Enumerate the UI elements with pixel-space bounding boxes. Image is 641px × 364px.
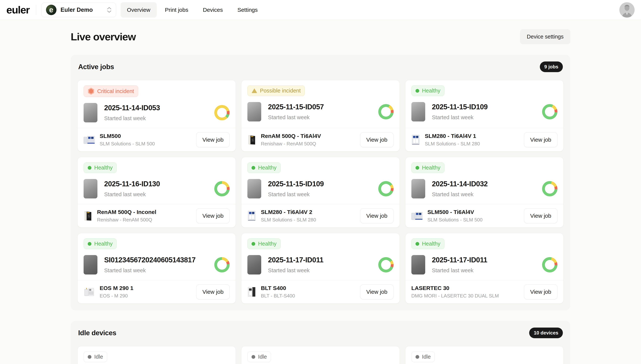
machine-icon [247,210,256,221]
machine-icon [84,136,95,144]
healthy-dot-icon [88,242,92,246]
status-label: Critical incident [97,88,134,94]
active-jobs-grid: Critical incident 2025-11-14-ID053 Start… [78,80,563,304]
build-plate-thumbnail [247,179,261,198]
idle-status-badge: Idle [84,352,107,362]
warning-triangle-icon [252,88,257,93]
device-info: SLM Solutions - SLM 280 [425,141,480,147]
donut-hole [217,108,227,118]
job-started-text: Started last week [268,268,371,274]
status-badge: Healthy [247,238,280,249]
donut-hole [217,260,227,270]
build-plate-thumbnail [84,179,98,198]
view-job-button[interactable]: View job [360,208,394,223]
workspace-selector[interactable]: e Euler Demo [41,2,116,17]
job-health-donut-chart [378,257,394,272]
job-started-text: Started last week [268,191,371,198]
build-plate-thumbnail [247,102,261,122]
view-job-button[interactable]: View job [524,208,557,223]
view-job-button[interactable]: View job [196,208,230,223]
view-job-button[interactable]: View job [524,284,557,299]
device-name: RenAM 500Q - Ti6Al4V [261,133,321,139]
view-job-button[interactable]: View job [360,284,394,299]
status-label: Healthy [94,241,113,247]
device-name: SLM280 - Ti6Al4V 2 [261,209,316,215]
status-badge: Healthy [84,238,117,249]
build-plate-thumbnail [84,103,98,122]
status-badge: Healthy [247,162,280,173]
workspace-logo-icon: e [46,5,57,15]
idle-device-card[interactable]: Idle RenAM 500Q - Ultra 1 Renishaw - Ren… [405,346,563,364]
job-started-text: Started last week [268,114,371,120]
job-id: 2025-11-16-ID130 [104,180,208,188]
user-avatar[interactable] [619,2,635,18]
page-title: Live overview [71,31,136,43]
job-card: Critical incident 2025-11-14-ID053 Start… [78,80,236,152]
nav-item-settings[interactable]: Settings [231,2,264,18]
machine-icon [247,134,256,145]
healthy-dot-icon [252,166,255,170]
top-bar: euler e Euler Demo OverviewPrint jobsDev… [0,0,641,20]
healthy-dot-icon [415,89,419,93]
view-job-button[interactable]: View job [196,284,230,299]
job-id: 2025-11-17-ID011 [268,256,371,264]
donut-hole [381,107,391,116]
device-name: LASERTEC 30 [411,285,499,291]
donut-hole [381,260,391,270]
status-badge: Critical incident [84,86,138,97]
donut-hole [217,184,227,194]
device-settings-button[interactable]: Device settings [520,29,570,44]
nav-item-print-jobs[interactable]: Print jobs [159,2,195,18]
device-info: SLM Solutions - SLM 500 [427,217,483,223]
machine-icon [84,210,92,221]
critical-hexagon-icon [88,88,95,95]
healthy-dot-icon [252,242,255,246]
nav-item-devices[interactable]: Devices [197,2,229,18]
healthy-dot-icon [88,166,92,170]
status-badge: Healthy [411,238,444,249]
idle-dot-icon [415,355,419,359]
job-started-text: Started last week [432,114,535,120]
status-badge: Healthy [84,162,117,173]
healthy-dot-icon [415,242,419,246]
job-id: 2025-11-15-ID109 [268,180,371,188]
status-label: Healthy [422,164,440,171]
job-started-text: Started last week [432,191,535,198]
device-name: SLM280 - Ti6Al4V 1 [425,133,480,139]
job-health-donut-chart [378,181,394,196]
device-name: SLM500 - Ti6Al4V [427,209,483,215]
nav-item-overview[interactable]: Overview [121,2,157,18]
job-health-donut-chart [542,104,557,120]
idle-status-badge: Idle [247,352,271,362]
job-health-donut-chart [378,104,394,120]
job-id: 2025-11-17-ID011 [432,256,535,264]
view-job-button[interactable]: View job [196,132,230,147]
idle-device-card[interactable]: Idle RenAM 500Q - 316L Renishaw - RenAM … [241,346,400,364]
job-health-donut-chart [214,181,230,196]
machine-icon [247,287,256,297]
idle-status-label: Idle [422,354,431,360]
idle-device-card[interactable]: Idle RenAM 500Q - AlSi10Mg Renishaw - Re… [78,346,236,364]
job-card: Possible incident 2025-11-15-ID057 Start… [241,80,400,152]
job-id: 2025-11-15-ID057 [268,103,371,111]
status-label: Possible incident [260,88,301,94]
donut-hole [381,184,391,194]
device-name: BLT S400 [261,285,295,291]
job-started-text: Started last week [104,191,208,198]
device-info: EOS - M 290 [100,293,133,299]
build-plate-thumbnail [411,255,425,274]
build-plate-thumbnail [411,179,425,198]
brand-logo: euler [6,4,30,16]
job-card: Healthy 2025-11-17-ID011 Started last we… [241,233,400,304]
main-content: Live overview Device settings Active job… [0,20,641,364]
machine-icon [411,134,420,145]
job-id: 2025-11-14-ID053 [104,104,208,112]
job-health-donut-chart [542,181,557,196]
job-id: 2025-11-15-ID109 [432,103,535,111]
active-jobs-title: Active jobs [78,63,114,71]
device-info: Renishaw - RenAM 500Q [97,217,156,223]
idle-devices-title: Idle devices [78,329,116,337]
view-job-button[interactable]: View job [360,132,394,147]
view-job-button[interactable]: View job [524,132,557,147]
status-label: Healthy [258,241,276,247]
